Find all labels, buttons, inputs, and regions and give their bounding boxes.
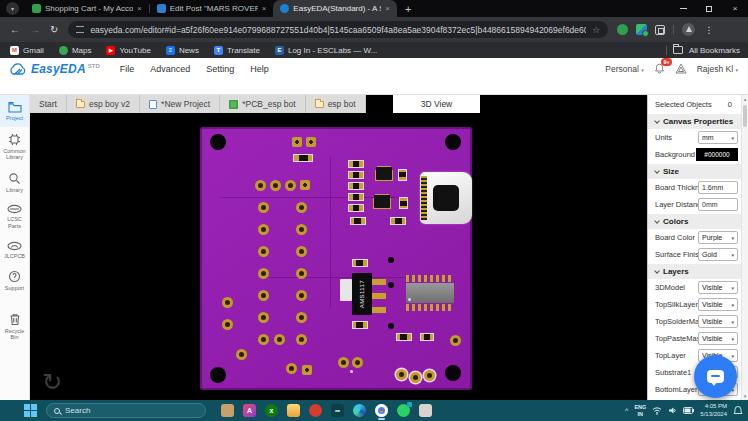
all-bookmarks-button[interactable]: All Bookmarks [666,46,740,55]
doc-tab-esp-bot[interactable]: esp bot [306,95,366,113]
sidebar-item-project[interactable]: Project [0,95,29,127]
panel-scrollbar[interactable]: ▴ ▾ [741,95,748,400]
sidebar-item-jlcpcb[interactable]: JLCPCB [0,235,29,265]
layer-visibility-select[interactable]: Visible▾ [698,332,738,345]
support-chat-button[interactable] [694,355,737,398]
menu-advanced[interactable]: Advanced [150,64,190,74]
app-icon-teal[interactable]: ∞ [331,404,344,417]
background-label: Background [655,150,695,159]
units-select[interactable]: mm▾ [698,131,738,144]
section-colors[interactable]: Colors [648,214,742,229]
sidebar-item-library[interactable]: Library [0,166,29,199]
xbox-icon[interactable]: x [265,404,278,417]
layer-distance-input[interactable]: 0mm [698,198,738,211]
bookmark-translate[interactable]: TTranslate [214,46,260,55]
minimize-button[interactable] [670,0,696,17]
smd-component [348,204,364,212]
teams-icon[interactable] [675,63,687,74]
file-explorer-icon[interactable] [287,404,300,417]
layer-visibility-select[interactable]: Visible▾ [698,281,738,294]
section-size[interactable]: Size [648,164,742,179]
app-icon-a[interactable]: A [243,404,256,417]
forward-button[interactable]: → [30,24,40,35]
bookmark-esclabs[interactable]: ELog In - ESCLabs — W... [275,46,377,55]
volume-icon[interactable] [668,406,677,415]
close-window-button[interactable]: × [722,0,748,17]
edge-icon[interactable] [353,404,366,417]
menu-setting[interactable]: Setting [206,64,234,74]
notifications-button[interactable]: 9+ [654,63,665,74]
extension-icon[interactable] [617,24,628,35]
bookmark-news[interactable]: ≡News [166,46,199,55]
board-color-value: Purple [702,234,722,241]
layer-visibility-select[interactable]: Visible▾ [698,298,738,311]
scroll-up-icon[interactable]: ▴ [744,96,747,102]
sidebar-item-support[interactable]: Support [0,264,29,297]
clock[interactable]: 4:05 PM5/13/2024 [700,403,727,418]
notification-bell-icon[interactable] [733,405,743,416]
trash-icon [9,313,21,326]
sidebar-item-lcsc-parts[interactable]: LCSC Parts [0,198,29,234]
app-icon-tan[interactable] [221,404,234,417]
doc-tab-esp-boy-v2[interactable]: esp boy v2 [67,95,140,113]
battery-icon[interactable] [683,407,694,414]
tray-chevron-up[interactable]: ^ [625,407,628,414]
extensions-puzzle-icon[interactable] [655,25,665,35]
bookmark-maps[interactable]: Maps [59,46,92,55]
close-icon[interactable]: × [385,4,390,13]
app-icon-notes[interactable] [419,404,432,417]
doc-tab-new-project[interactable]: *New Project [140,95,220,113]
extension-icon[interactable] [636,24,647,35]
refresh-button[interactable]: ↻ [50,24,58,35]
user-menu[interactable]: Rajesh Kl ▾ [697,64,738,74]
site-info-icon[interactable] [76,26,84,33]
browser-tab-easyeda[interactable]: EasyEDA(Standard) - A Simple an × [273,0,397,17]
browser-tab-shopping-cart[interactable]: Shopping Cart - My Account - PC × [25,0,149,17]
close-icon[interactable]: × [262,4,267,13]
url-text[interactable]: easyeda.com/editor#id=a5f26f60ee914e0799… [90,25,586,35]
pcb-board[interactable]: AMS1117 [200,127,472,390]
doc-tab-pcb-esp-bot[interactable]: *PCB_esp bot [220,95,305,113]
tab-search-button[interactable]: ▾ [6,2,19,15]
sidebar-item-common-library[interactable]: Common Library [0,127,29,166]
3d-viewport[interactable]: AMS1117 ↻ [30,113,647,400]
chrome-icon[interactable] [375,404,388,417]
maximize-button[interactable] [696,0,722,17]
app-icon-red-circle[interactable] [309,404,322,417]
board-color-label: Board Color [655,233,695,242]
browser-menu-icon[interactable]: ⋮ [704,25,713,35]
doc-tab-start[interactable]: Start [30,95,67,113]
wifi-icon[interactable] [652,406,662,415]
new-tab-button[interactable]: + [405,3,411,15]
surface-finish-select[interactable]: Gold▾ [698,248,738,261]
bookmark-star-icon[interactable]: ☆ [592,25,600,35]
background-color-swatch[interactable]: #000000 [696,148,738,161]
layer-visibility-select[interactable]: Visible▾ [698,315,738,328]
start-button[interactable] [24,404,37,417]
menu-help[interactable]: Help [250,64,269,74]
chevron-down-icon: ▾ [735,67,738,73]
board-color-select[interactable]: Purple▾ [698,231,738,244]
bookmark-youtube[interactable]: ▶YouTube [106,46,150,55]
notification-badge: 9+ [661,58,671,66]
scroll-thumb[interactable] [743,105,747,127]
back-button[interactable]: ← [10,24,20,35]
scroll-down-icon[interactable]: ▾ [742,392,748,400]
extensions-area: ⋮ [617,23,722,36]
whatsapp-icon[interactable] [397,404,410,417]
workspace-selector[interactable]: Personal ▾ [605,64,643,74]
language-indicator[interactable]: ENGIN [634,404,646,417]
doc-tab-3d-view[interactable]: 3D View [393,95,480,113]
taskbar-search[interactable]: Search [46,403,206,418]
board-thickness-input[interactable]: 1.6mm [698,181,738,194]
section-canvas-properties[interactable]: Canvas Properties [648,114,742,129]
close-icon[interactable]: × [137,4,142,13]
menu-file[interactable]: File [120,64,135,74]
browser-tab-edit-post[interactable]: Edit Post "MARS ROVER USING N × [150,0,274,17]
url-bar[interactable]: easyeda.com/editor#id=a5f26f60ee914e0799… [68,21,608,38]
profile-avatar[interactable] [682,23,695,36]
section-layers[interactable]: Layers [648,264,742,279]
rotate-view-icon[interactable]: ↻ [42,370,62,394]
sidebar-item-recycle-bin[interactable]: Recycle Bin [0,307,29,346]
bookmark-gmail[interactable]: MGmail [10,46,44,55]
